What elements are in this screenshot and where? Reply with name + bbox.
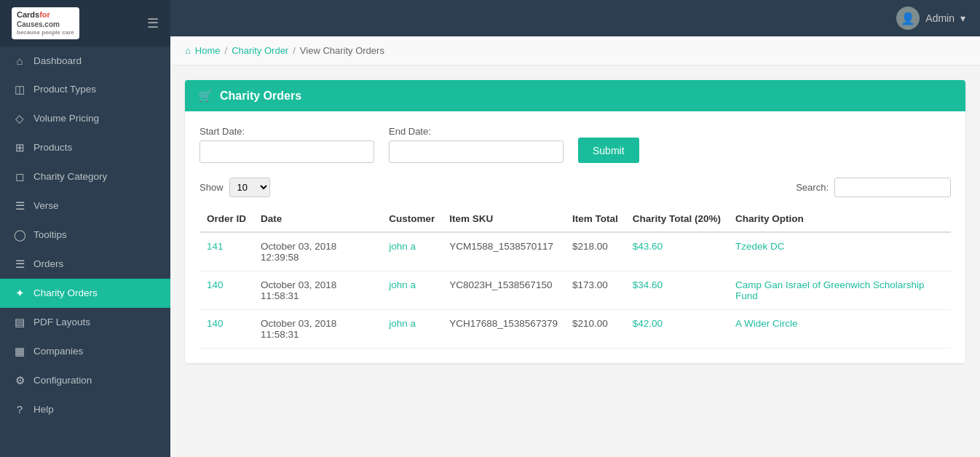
sidebar-item-configuration[interactable]: ⚙Configuration: [0, 366, 170, 395]
products-icon: ⊞: [13, 141, 26, 154]
show-select[interactable]: 102550100: [229, 178, 270, 197]
end-date-group: End Date:: [389, 126, 564, 163]
card-header: 🛒 Charity Orders: [185, 80, 965, 111]
table-cell: YCM1588_1538570117: [442, 232, 565, 271]
table-row: 140October 03, 2018 11:58:31john aYCH176…: [199, 310, 951, 349]
table-cell[interactable]: $43.60: [625, 232, 728, 271]
table-cell: YC8023H_1538567150: [442, 271, 565, 310]
table-row: 141October 03, 2018 12:39:58john aYCM158…: [199, 232, 951, 271]
sidebar-label-products: Products: [33, 142, 72, 153]
content-area: 🛒 Charity Orders Start Date: End Date: S…: [170, 65, 980, 378]
sidebar-item-tooltips[interactable]: ◯Tooltips: [0, 220, 170, 250]
orders-icon: ☰: [13, 258, 26, 271]
charity-orders-card: 🛒 Charity Orders Start Date: End Date: S…: [185, 80, 965, 363]
sidebar-item-volume-pricing[interactable]: ◇Volume Pricing: [0, 104, 170, 133]
hamburger-icon[interactable]: ☰: [147, 15, 159, 31]
sidebar-label-charity-orders: Charity Orders: [33, 287, 98, 298]
pdf-layouts-icon: ▤: [13, 316, 26, 329]
table-cell[interactable]: john a: [382, 232, 442, 271]
orders-table: Order IDDateCustomerItem SKUItem TotalCh…: [199, 206, 951, 349]
table-header: Date: [253, 206, 382, 232]
sidebar-nav: ⌂Dashboard◫Product Types◇Volume Pricing⊞…: [0, 47, 170, 457]
table-cell[interactable]: $34.60: [625, 271, 728, 310]
table-cell: YCH17688_1538567379: [442, 310, 565, 349]
table-header: Item SKU: [442, 206, 565, 232]
sidebar-item-pdf-layouts[interactable]: ▤PDF Layouts: [0, 308, 170, 337]
dashboard-icon: ⌂: [13, 55, 26, 67]
sidebar-label-tooltips: Tooltips: [33, 229, 67, 240]
start-date-input[interactable]: [199, 140, 374, 163]
sidebar-label-companies: Companies: [33, 346, 83, 357]
sidebar-label-charity-category: Charity Category: [33, 171, 107, 182]
end-date-input[interactable]: [389, 140, 564, 163]
end-date-label: End Date:: [389, 126, 564, 137]
start-date-group: Start Date:: [199, 126, 374, 163]
breadcrumb: ⌂ Home / Charity Order / View Charity Or…: [170, 36, 980, 65]
table-cell: October 03, 2018 11:58:31: [253, 310, 382, 349]
table-cell[interactable]: john a: [382, 310, 442, 349]
sidebar-label-help: Help: [33, 404, 54, 415]
verse-icon: ☰: [13, 199, 26, 212]
topbar: 👤 Admin ▾: [170, 0, 980, 36]
product-types-icon: ◫: [13, 83, 26, 96]
table-cell[interactable]: 140: [199, 310, 253, 349]
table-cell[interactable]: Camp Gan Israel of Greenwich Scholarship…: [728, 271, 951, 310]
table-cell[interactable]: john a: [382, 271, 442, 310]
table-header: Order ID: [199, 206, 253, 232]
sidebar-label-pdf-layouts: PDF Layouts: [33, 317, 90, 327]
card-title: Charity Orders: [220, 90, 301, 103]
breadcrumb-current: View Charity Orders: [300, 45, 384, 56]
sidebar-item-companies[interactable]: ▦Companies: [0, 337, 170, 366]
table-cell: $173.00: [565, 271, 625, 310]
table-header: Customer: [382, 206, 442, 232]
sidebar-item-products[interactable]: ⊞Products: [0, 133, 170, 162]
submit-button[interactable]: Submit: [578, 138, 639, 163]
show-label: Show: [199, 182, 224, 193]
table-cell: $218.00: [565, 232, 625, 271]
table-header: Item Total: [565, 206, 625, 232]
table-cell: October 03, 2018 11:58:31: [253, 271, 382, 310]
sidebar-label-configuration: Configuration: [33, 375, 92, 386]
sidebar-item-product-types[interactable]: ◫Product Types: [0, 75, 170, 104]
main-content: ⌂ Home / Charity Order / View Charity Or…: [170, 36, 980, 457]
start-date-label: Start Date:: [199, 126, 374, 137]
breadcrumb-home[interactable]: Home: [195, 45, 221, 56]
breadcrumb-charity-order[interactable]: Charity Order: [232, 45, 288, 56]
table-cell[interactable]: A Wider Circle: [728, 310, 951, 349]
table-cell: October 03, 2018 12:39:58: [253, 232, 382, 271]
sidebar-item-charity-orders[interactable]: ✦Charity Orders: [0, 279, 170, 308]
sidebar-label-verse: Verse: [33, 200, 59, 211]
sidebar-label-volume-pricing: Volume Pricing: [33, 113, 99, 124]
charity-orders-icon: ✦: [13, 287, 26, 300]
sidebar-item-help[interactable]: ?Help: [0, 395, 170, 424]
configuration-icon: ⚙: [13, 374, 26, 387]
home-icon: ⌂: [185, 45, 191, 56]
table-cell[interactable]: $42.00: [625, 310, 728, 349]
volume-pricing-icon: ◇: [13, 112, 26, 125]
logo: Cardsfor Causes.com because people care: [12, 7, 79, 39]
date-filter: Start Date: End Date: Submit: [199, 126, 951, 163]
breadcrumb-sep-2: /: [293, 45, 296, 56]
search-label: Search:: [796, 182, 829, 193]
table-head: Order IDDateCustomerItem SKUItem TotalCh…: [199, 206, 951, 232]
search-input[interactable]: [834, 178, 951, 197]
admin-menu[interactable]: 👤 Admin ▾: [896, 7, 965, 30]
table-row: 140October 03, 2018 11:58:31john aYC8023…: [199, 271, 951, 310]
table-controls: Show 102550100 Search:: [199, 178, 951, 197]
table-cell: $210.00: [565, 310, 625, 349]
sidebar: Cardsfor Causes.com because people care …: [0, 0, 170, 457]
help-icon: ?: [13, 403, 26, 416]
sidebar-item-charity-category[interactable]: ◻Charity Category: [0, 162, 170, 191]
table-header: Charity Total (20%): [625, 206, 728, 232]
sidebar-label-product-types: Product Types: [33, 84, 96, 95]
sidebar-item-dashboard[interactable]: ⌂Dashboard: [0, 47, 170, 75]
avatar: 👤: [896, 7, 920, 30]
table-cell[interactable]: Tzedek DC: [728, 232, 951, 271]
table-cell[interactable]: 140: [199, 271, 253, 310]
sidebar-label-dashboard: Dashboard: [33, 55, 82, 66]
sidebar-item-orders[interactable]: ☰Orders: [0, 250, 170, 279]
table-cell[interactable]: 141: [199, 232, 253, 271]
sidebar-item-verse[interactable]: ☰Verse: [0, 191, 170, 220]
search-area: Search:: [796, 178, 951, 197]
admin-label: Admin: [925, 12, 955, 24]
